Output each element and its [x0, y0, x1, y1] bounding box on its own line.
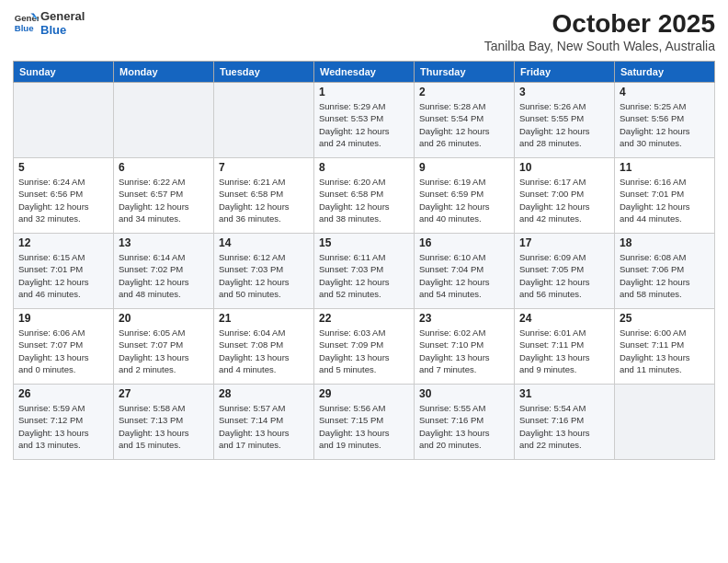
day-number: 30	[419, 387, 509, 400]
day-info: Sunrise: 5:57 AM Sunset: 7:14 PM Dayligh…	[219, 402, 309, 451]
calendar-cell-4-6	[615, 385, 715, 460]
day-number: 9	[419, 161, 509, 174]
day-number: 13	[119, 236, 209, 249]
day-info: Sunrise: 6:20 AM Sunset: 6:58 PM Dayligh…	[319, 176, 409, 224]
day-info: Sunrise: 6:15 AM Sunset: 7:01 PM Dayligh…	[18, 251, 108, 300]
day-info: Sunrise: 6:10 AM Sunset: 7:04 PM Dayligh…	[419, 251, 509, 300]
day-info: Sunrise: 5:28 AM Sunset: 5:54 PM Dayligh…	[419, 100, 509, 149]
day-number: 20	[119, 312, 209, 325]
logo: General Blue General Blue	[13, 9, 85, 37]
day-number: 29	[319, 387, 409, 400]
day-number: 23	[419, 312, 509, 325]
calendar: SundayMondayTuesdayWednesdayThursdayFrid…	[13, 61, 715, 460]
calendar-cell-4-5: 31Sunrise: 5:54 AM Sunset: 7:16 PM Dayli…	[515, 385, 615, 460]
day-number: 6	[119, 161, 209, 174]
calendar-cell-0-2	[214, 83, 314, 158]
weekday-header-saturday: Saturday	[615, 62, 715, 83]
day-info: Sunrise: 6:00 AM Sunset: 7:11 PM Dayligh…	[620, 327, 710, 375]
calendar-cell-3-6: 25Sunrise: 6:00 AM Sunset: 7:11 PM Dayli…	[615, 309, 715, 385]
day-info: Sunrise: 6:01 AM Sunset: 7:11 PM Dayligh…	[519, 327, 609, 375]
day-info: Sunrise: 6:19 AM Sunset: 6:59 PM Dayligh…	[419, 176, 509, 224]
day-number: 1	[319, 86, 409, 98]
calendar-cell-4-0: 26Sunrise: 5:59 AM Sunset: 7:12 PM Dayli…	[14, 385, 114, 460]
calendar-cell-4-2: 28Sunrise: 5:57 AM Sunset: 7:14 PM Dayli…	[214, 385, 314, 460]
svg-text:General: General	[15, 13, 39, 23]
location-title: Tanilba Bay, New South Wales, Australia	[484, 39, 715, 53]
calendar-cell-0-0	[14, 83, 114, 158]
day-info: Sunrise: 6:04 AM Sunset: 7:08 PM Dayligh…	[219, 327, 309, 375]
day-info: Sunrise: 6:16 AM Sunset: 7:01 PM Dayligh…	[620, 176, 710, 224]
day-number: 17	[519, 236, 609, 249]
calendar-cell-4-4: 30Sunrise: 5:55 AM Sunset: 7:16 PM Dayli…	[415, 385, 515, 460]
day-number: 4	[620, 86, 710, 98]
day-number: 24	[519, 312, 609, 325]
day-info: Sunrise: 6:22 AM Sunset: 6:57 PM Dayligh…	[119, 176, 209, 224]
calendar-cell-1-4: 9Sunrise: 6:19 AM Sunset: 6:59 PM Daylig…	[415, 158, 515, 234]
calendar-cell-1-0: 5Sunrise: 6:24 AM Sunset: 6:56 PM Daylig…	[14, 158, 114, 234]
day-info: Sunrise: 6:06 AM Sunset: 7:07 PM Dayligh…	[18, 327, 108, 375]
weekday-header-friday: Friday	[515, 62, 615, 83]
day-number: 5	[18, 161, 108, 174]
day-info: Sunrise: 6:09 AM Sunset: 7:05 PM Dayligh…	[519, 251, 609, 300]
calendar-cell-3-0: 19Sunrise: 6:06 AM Sunset: 7:07 PM Dayli…	[14, 309, 114, 385]
day-info: Sunrise: 6:11 AM Sunset: 7:03 PM Dayligh…	[319, 251, 409, 300]
calendar-cell-0-5: 3Sunrise: 5:26 AM Sunset: 5:55 PM Daylig…	[515, 83, 615, 158]
day-number: 14	[219, 236, 309, 249]
day-number: 18	[620, 236, 710, 249]
day-number: 26	[18, 387, 108, 400]
calendar-cell-1-3: 8Sunrise: 6:20 AM Sunset: 6:58 PM Daylig…	[314, 158, 415, 234]
day-info: Sunrise: 5:29 AM Sunset: 5:53 PM Dayligh…	[319, 100, 409, 149]
day-number: 21	[219, 312, 309, 325]
weekday-header-wednesday: Wednesday	[314, 62, 415, 83]
calendar-cell-0-4: 2Sunrise: 5:28 AM Sunset: 5:54 PM Daylig…	[415, 83, 515, 158]
day-info: Sunrise: 6:03 AM Sunset: 7:09 PM Dayligh…	[319, 327, 409, 375]
calendar-cell-2-3: 15Sunrise: 6:11 AM Sunset: 7:03 PM Dayli…	[314, 234, 415, 309]
day-number: 19	[18, 312, 108, 325]
calendar-cell-0-1	[114, 83, 214, 158]
month-title: October 2025	[484, 9, 715, 39]
title-block: October 2025 Tanilba Bay, New South Wale…	[484, 9, 715, 53]
day-number: 25	[620, 312, 710, 325]
day-number: 28	[219, 387, 309, 400]
calendar-cell-1-1: 6Sunrise: 6:22 AM Sunset: 6:57 PM Daylig…	[114, 158, 214, 234]
calendar-cell-1-5: 10Sunrise: 6:17 AM Sunset: 7:00 PM Dayli…	[515, 158, 615, 234]
day-info: Sunrise: 5:26 AM Sunset: 5:55 PM Dayligh…	[519, 100, 609, 149]
day-info: Sunrise: 5:59 AM Sunset: 7:12 PM Dayligh…	[18, 402, 108, 451]
day-number: 15	[319, 236, 409, 249]
weekday-header-sunday: Sunday	[14, 62, 114, 83]
weekday-header-tuesday: Tuesday	[214, 62, 314, 83]
calendar-cell-3-5: 24Sunrise: 6:01 AM Sunset: 7:11 PM Dayli…	[515, 309, 615, 385]
calendar-cell-2-5: 17Sunrise: 6:09 AM Sunset: 7:05 PM Dayli…	[515, 234, 615, 309]
calendar-cell-3-1: 20Sunrise: 6:05 AM Sunset: 7:07 PM Dayli…	[114, 309, 214, 385]
day-number: 27	[119, 387, 209, 400]
weekday-header-thursday: Thursday	[415, 62, 515, 83]
day-info: Sunrise: 5:56 AM Sunset: 7:15 PM Dayligh…	[319, 402, 409, 451]
day-info: Sunrise: 6:08 AM Sunset: 7:06 PM Dayligh…	[620, 251, 710, 300]
calendar-cell-2-2: 14Sunrise: 6:12 AM Sunset: 7:03 PM Dayli…	[214, 234, 314, 309]
calendar-cell-0-6: 4Sunrise: 5:25 AM Sunset: 5:56 PM Daylig…	[615, 83, 715, 158]
calendar-cell-3-2: 21Sunrise: 6:04 AM Sunset: 7:08 PM Dayli…	[214, 309, 314, 385]
day-number: 3	[519, 86, 609, 98]
calendar-cell-1-6: 11Sunrise: 6:16 AM Sunset: 7:01 PM Dayli…	[615, 158, 715, 234]
day-info: Sunrise: 6:17 AM Sunset: 7:00 PM Dayligh…	[519, 176, 609, 224]
calendar-cell-4-1: 27Sunrise: 5:58 AM Sunset: 7:13 PM Dayli…	[114, 385, 214, 460]
calendar-cell-3-4: 23Sunrise: 6:02 AM Sunset: 7:10 PM Dayli…	[415, 309, 515, 385]
calendar-cell-2-1: 13Sunrise: 6:14 AM Sunset: 7:02 PM Dayli…	[114, 234, 214, 309]
calendar-cell-3-3: 22Sunrise: 6:03 AM Sunset: 7:09 PM Dayli…	[314, 309, 415, 385]
day-info: Sunrise: 6:12 AM Sunset: 7:03 PM Dayligh…	[219, 251, 309, 300]
day-number: 12	[18, 236, 108, 249]
weekday-header-monday: Monday	[114, 62, 214, 83]
logo-line2: Blue	[40, 23, 85, 37]
day-info: Sunrise: 6:14 AM Sunset: 7:02 PM Dayligh…	[119, 251, 209, 300]
logo-line1: General	[40, 9, 85, 23]
day-number: 8	[319, 161, 409, 174]
day-info: Sunrise: 6:05 AM Sunset: 7:07 PM Dayligh…	[119, 327, 209, 375]
day-info: Sunrise: 6:02 AM Sunset: 7:10 PM Dayligh…	[419, 327, 509, 375]
day-number: 7	[219, 161, 309, 174]
day-info: Sunrise: 5:54 AM Sunset: 7:16 PM Dayligh…	[519, 402, 609, 451]
calendar-cell-2-6: 18Sunrise: 6:08 AM Sunset: 7:06 PM Dayli…	[615, 234, 715, 309]
day-info: Sunrise: 6:24 AM Sunset: 6:56 PM Dayligh…	[18, 176, 108, 224]
day-number: 11	[620, 161, 710, 174]
calendar-cell-0-3: 1Sunrise: 5:29 AM Sunset: 5:53 PM Daylig…	[314, 83, 415, 158]
day-number: 2	[419, 86, 509, 98]
